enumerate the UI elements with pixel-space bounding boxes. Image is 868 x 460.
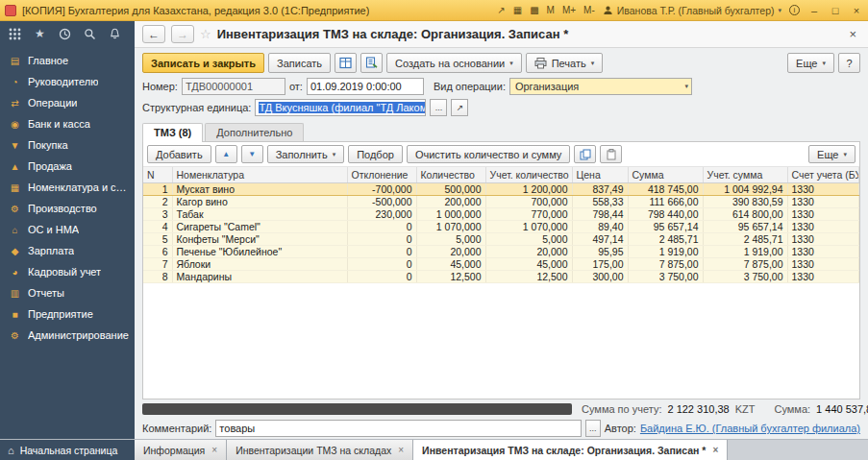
cell-sum[interactable]: 3 750,00 xyxy=(628,271,703,283)
sidebar-item[interactable]: ⚙ Администрирование xyxy=(0,325,135,346)
col-account[interactable]: Счет учета (БУ) xyxy=(787,167,859,183)
cell-account[interactable]: 1330 xyxy=(787,271,859,283)
move-up-button[interactable]: ▲ xyxy=(215,145,237,163)
notifications-bell-icon[interactable] xyxy=(103,23,127,44)
sidebar-item[interactable]: ◔ Руководителю xyxy=(0,71,135,92)
sidebar-item[interactable]: ⚙ Производство xyxy=(0,198,135,219)
taskbar-tab-close-icon[interactable]: × xyxy=(211,445,217,455)
cell-acc-quantity[interactable]: 20,000 xyxy=(485,246,572,258)
sidebar-item[interactable]: ◕ Кадровый учет xyxy=(0,261,135,282)
cell-acc-quantity[interactable]: 45,000 xyxy=(485,258,572,271)
cell-quantity[interactable]: 20,000 xyxy=(416,246,485,258)
cell-acc-sum[interactable]: 390 830,59 xyxy=(703,196,787,208)
author-link[interactable]: Байдина Е.Ю. (Главный бухгалтер филиала) xyxy=(640,423,860,434)
memory-mplus-button[interactable]: М+ xyxy=(562,5,576,15)
cell-quantity[interactable]: 500,000 xyxy=(416,183,485,196)
cell-nomenclature[interactable]: Сигареты "Camel" xyxy=(172,221,347,233)
cell-account[interactable]: 1330 xyxy=(787,183,859,196)
date-input[interactable] xyxy=(307,78,424,95)
cell-sum[interactable]: 111 666,00 xyxy=(628,196,703,208)
info-icon[interactable]: i xyxy=(789,5,800,15)
table-row[interactable]: 4 Сигареты "Camel" 0 1 070,000 1 070,000… xyxy=(143,221,859,233)
col-nomenclature[interactable]: Номенклатура xyxy=(172,167,347,183)
table-row[interactable]: 2 Кагор вино -500,000 200,000 700,000 55… xyxy=(143,196,859,208)
cell-sum[interactable]: 2 485,71 xyxy=(628,233,703,246)
link-icon[interactable]: ↗ xyxy=(497,5,505,15)
cell-deviation[interactable]: 230,000 xyxy=(347,208,416,221)
cell-sum[interactable]: 798 440,00 xyxy=(628,208,703,221)
col-deviation[interactable]: Отклонение xyxy=(347,167,416,183)
cell-nomenclature[interactable]: Табак xyxy=(172,208,347,221)
sidebar-item[interactable]: ⌂ ОС и НМА xyxy=(0,219,135,240)
cell-n[interactable]: 3 xyxy=(143,208,172,221)
cell-nomenclature[interactable]: Кагор вино xyxy=(172,196,347,208)
minimize-button[interactable]: – xyxy=(807,5,821,16)
taskbar-tab[interactable]: Инвентаризации ТМЗ на складах × xyxy=(227,440,413,460)
taskbar-tab[interactable]: Инвентаризация ТМЗ на складе: Организаци… xyxy=(413,440,728,460)
cell-acc-quantity[interactable]: 1 070,000 xyxy=(485,221,572,233)
cell-nomenclature[interactable]: Конфеты "Мерси" xyxy=(172,233,347,246)
cell-deviation[interactable]: 0 xyxy=(347,258,416,271)
cell-quantity[interactable]: 12,500 xyxy=(416,271,485,283)
create-based-on-button[interactable]: Создать на основании ▾ xyxy=(386,53,522,73)
clear-qty-sum-button[interactable]: Очистить количество и сумму xyxy=(407,145,570,163)
sidebar-item[interactable]: ◆ Зарплата xyxy=(0,240,135,261)
taskbar-tab-close-icon[interactable]: × xyxy=(398,445,404,455)
cell-n[interactable]: 5 xyxy=(143,233,172,246)
cell-quantity[interactable]: 1 000,000 xyxy=(416,208,485,221)
cell-acc-sum[interactable]: 614 800,00 xyxy=(703,208,787,221)
table-row[interactable]: 7 Яблоки 0 45,000 45,000 175,00 7 875,00… xyxy=(143,258,859,271)
cell-sum[interactable]: 1 919,00 xyxy=(628,246,703,258)
sidebar-item[interactable]: ■ Предприятие xyxy=(0,303,135,325)
postings-icon-button[interactable] xyxy=(335,53,357,73)
cell-price[interactable]: 300,00 xyxy=(572,271,628,283)
col-price[interactable]: Цена xyxy=(572,167,628,183)
cell-sum[interactable]: 418 745,00 xyxy=(628,183,703,196)
taskbar-tab[interactable]: Информация × xyxy=(135,440,227,460)
pick-button[interactable]: Подбор xyxy=(348,145,403,163)
cell-quantity[interactable]: 200,000 xyxy=(416,196,485,208)
table-row[interactable]: 8 Мандарины 0 12,500 12,500 300,00 3 750… xyxy=(143,271,859,283)
cell-account[interactable]: 1330 xyxy=(787,233,859,246)
cell-acc-sum[interactable]: 2 485,71 xyxy=(703,233,787,246)
sidebar-item[interactable]: ◉ Банк и касса xyxy=(0,113,135,134)
col-acc-sum[interactable]: Учет. сумма xyxy=(703,167,787,183)
memory-mminus-button[interactable]: М- xyxy=(583,5,595,15)
copy-rows-button[interactable] xyxy=(574,145,596,163)
cell-acc-quantity[interactable]: 5,000 xyxy=(485,233,572,246)
search-icon[interactable] xyxy=(78,23,102,44)
cell-account[interactable]: 1330 xyxy=(787,208,859,221)
cell-price[interactable]: 558,33 xyxy=(572,196,628,208)
cell-n[interactable]: 4 xyxy=(143,221,172,233)
user-menu[interactable]: Иванова Т.Р. (Главный бухгалтер) ▾ xyxy=(603,5,781,16)
cell-acc-sum[interactable]: 95 657,14 xyxy=(703,221,787,233)
favorites-icon[interactable]: ★ xyxy=(28,23,52,44)
cell-sum[interactable]: 95 657,14 xyxy=(628,221,703,233)
cell-price[interactable]: 798,44 xyxy=(572,208,628,221)
history-icon[interactable] xyxy=(53,23,77,44)
add-row-button[interactable]: Добавить xyxy=(147,145,211,163)
more-button[interactable]: Еще ▾ xyxy=(787,53,834,73)
operation-select[interactable]: Организация ▾ xyxy=(509,78,692,95)
memory-m-button[interactable]: М xyxy=(547,5,555,15)
form-tab[interactable]: ТМЗ (8) xyxy=(142,123,203,142)
cell-deviation[interactable]: 0 xyxy=(347,233,416,246)
table-row[interactable]: 5 Конфеты "Мерси" 0 5,000 5,000 497,14 2… xyxy=(143,233,859,246)
unit-input[interactable]: ТД Вкусняшка (филиал "ТД Лакоми xyxy=(255,99,426,116)
taskbar-home-button[interactable]: ⌂ Начальная страница xyxy=(0,440,135,460)
cell-nomenclature[interactable]: Мандарины xyxy=(172,271,347,283)
unit-open-icon[interactable]: ↗ xyxy=(451,99,468,116)
table-scroll-area[interactable]: N Номенклатура Отклонение Количество Уче… xyxy=(143,167,859,399)
cell-price[interactable]: 175,00 xyxy=(572,258,628,271)
cell-deviation[interactable]: 0 xyxy=(347,246,416,258)
cell-price[interactable]: 837,49 xyxy=(572,183,628,196)
sidebar-item[interactable]: ▤ Главное xyxy=(0,50,135,71)
cell-acc-quantity[interactable]: 12,500 xyxy=(485,271,572,283)
cell-account[interactable]: 1330 xyxy=(787,196,859,208)
cell-n[interactable]: 7 xyxy=(143,258,172,271)
sidebar-item[interactable]: ▲ Продажа xyxy=(0,156,135,177)
close-form-icon[interactable]: × xyxy=(845,27,860,41)
cell-deviation[interactable]: 0 xyxy=(347,221,416,233)
taskbar-tab-close-icon[interactable]: × xyxy=(712,445,718,455)
cell-quantity[interactable]: 1 070,000 xyxy=(416,221,485,233)
